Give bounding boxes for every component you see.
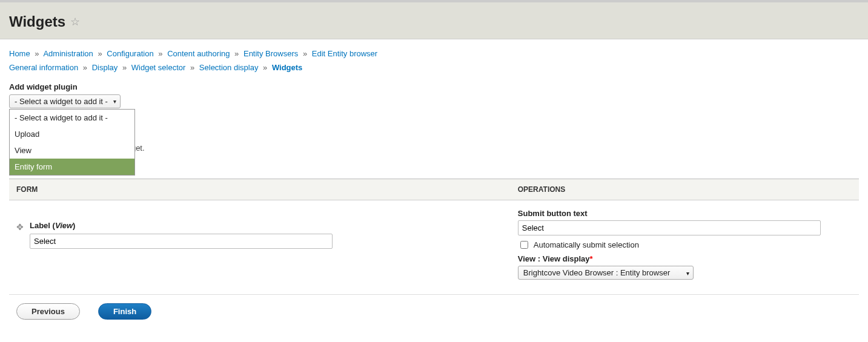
auto-submit-label: Automatically submit selection xyxy=(534,240,639,249)
required-mark: * xyxy=(590,254,593,263)
crumb-selection-display[interactable]: Selection display xyxy=(199,63,259,72)
table-header: FORM OPERATIONS xyxy=(9,179,859,200)
crumb-sep: » xyxy=(190,63,194,72)
crumb-sep: » xyxy=(158,49,162,58)
crumb-widget-selector[interactable]: Widget selector xyxy=(131,63,186,72)
option-upload[interactable]: Upload xyxy=(10,126,134,142)
header-region: Widgets ☆ xyxy=(0,2,868,39)
crumb-sep: » xyxy=(234,49,239,58)
crumb-sep: » xyxy=(122,63,127,72)
crumb-content-authoring[interactable]: Content authoring xyxy=(167,49,230,58)
view-display-selected: Brightcove Video Browser : Entity browse… xyxy=(523,268,671,277)
crumb-general-info[interactable]: General information xyxy=(9,63,78,72)
action-buttons: Previous Finish xyxy=(9,295,859,328)
col-form: FORM xyxy=(9,179,511,200)
add-widget-plugin-select[interactable]: - Select a widget to add it - ▾ xyxy=(9,94,121,108)
label-paren-value: View xyxy=(55,221,73,230)
crumb-admin[interactable]: Administration xyxy=(43,49,93,58)
add-widget-plugin-selected: - Select a widget to add it - xyxy=(15,97,108,106)
desc-line-3: ntity form widget. xyxy=(9,155,859,168)
add-widget-plugin-area: Add widget plugin - Select a widget to a… xyxy=(9,82,859,168)
crumb-entity-browsers[interactable]: Entity Browsers xyxy=(244,49,298,58)
chevron-down-icon: ▾ xyxy=(686,269,689,276)
breadcrumb: Home » Administration » Configuration » … xyxy=(9,39,859,77)
drag-handle-icon[interactable]: ✥ xyxy=(16,222,24,232)
form-cell: ✥ Label (View) xyxy=(9,209,511,283)
crumb-sep: » xyxy=(35,49,39,58)
auto-submit-checkbox[interactable] xyxy=(520,241,528,249)
crumb-widgets-current: Widgets xyxy=(272,63,302,72)
star-icon[interactable]: ☆ xyxy=(70,16,80,27)
crumb-edit-entity-browser[interactable]: Edit Entity browser xyxy=(312,49,377,58)
option-placeholder[interactable]: - Select a widget to add it - xyxy=(10,110,134,126)
crumb-sep: » xyxy=(98,49,102,58)
desc-line-2: vide entity listing in a browser's widge… xyxy=(9,142,859,155)
crumb-display[interactable]: Display xyxy=(92,63,118,72)
page-title: Widgets xyxy=(9,13,65,30)
col-operations: OPERATIONS xyxy=(511,179,859,200)
chevron-down-icon: ▾ xyxy=(113,98,116,105)
label-caption-row: Label (View) xyxy=(30,221,333,230)
previous-button[interactable]: Previous xyxy=(16,303,80,320)
crumb-sep: » xyxy=(263,63,267,72)
label-caption: Label xyxy=(30,221,50,230)
crumb-sep: » xyxy=(303,49,307,58)
view-display-label: View : View display* xyxy=(518,254,852,263)
crumb-config[interactable]: Configuration xyxy=(107,49,153,58)
view-display-label-text: View : View display xyxy=(518,254,590,263)
breadcrumb-row-1: Home » Administration » Configuration » … xyxy=(9,47,859,61)
submit-text-input[interactable] xyxy=(518,220,821,235)
label-paren-close: ) xyxy=(73,221,75,230)
submit-text-label: Submit button text xyxy=(518,209,852,218)
add-widget-plugin-dropdown[interactable]: - Select a widget to add it - Upload Vie… xyxy=(9,109,135,176)
widget-table: FORM OPERATIONS ✥ Label (View) xyxy=(9,179,859,328)
crumb-sep: » xyxy=(83,63,87,72)
add-widget-plugin-label: Add widget plugin xyxy=(9,82,859,91)
plugin-descriptions: field browser's widget. vide entity list… xyxy=(9,129,859,168)
finish-button[interactable]: Finish xyxy=(98,303,151,320)
view-display-select[interactable]: Brightcove Video Browser : Entity browse… xyxy=(518,266,694,280)
breadcrumb-row-2: General information » Display » Widget s… xyxy=(9,61,859,74)
option-entity-form[interactable]: Entity form xyxy=(10,159,134,175)
table-row: ✥ Label (View) Submit button text xyxy=(9,200,859,295)
desc-line-1: field browser's widget. xyxy=(9,129,859,142)
operations-cell: Submit button text Automatically submit … xyxy=(511,209,859,283)
label-input[interactable] xyxy=(30,234,333,249)
crumb-home[interactable]: Home xyxy=(9,49,30,58)
option-view[interactable]: View xyxy=(10,142,134,159)
